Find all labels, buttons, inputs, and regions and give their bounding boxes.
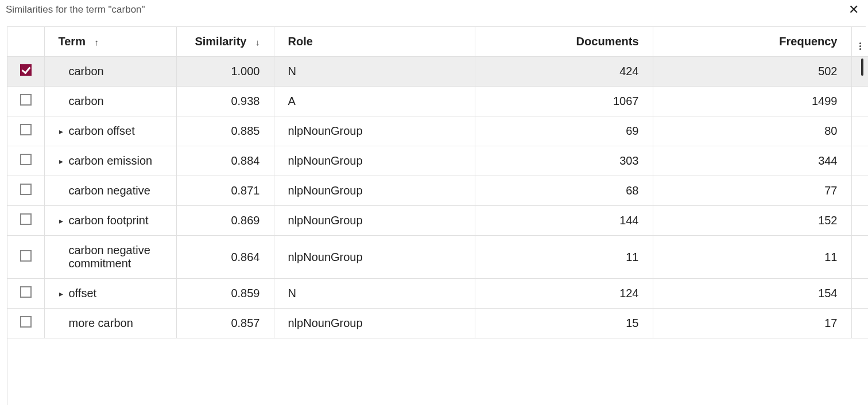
frequency-cell: 502 [653, 57, 851, 87]
role-cell: nlpNounGroup [274, 176, 475, 206]
frequency-cell: 152 [653, 206, 851, 236]
row-checkbox-cell [7, 309, 44, 338]
term-text: carbon emission [69, 154, 153, 168]
col-header-checkbox[interactable] [7, 27, 44, 57]
frequency-cell: 1499 [653, 87, 851, 116]
table-wrap: Term Similarity Role Documents Frequen [7, 26, 866, 405]
row-checkbox[interactable] [20, 213, 32, 225]
expand-icon[interactable]: ▸ [57, 290, 65, 298]
col-header-role[interactable]: Role [274, 27, 475, 57]
role-cell: nlpNounGroup [274, 146, 475, 176]
documents-cell: 124 [475, 279, 653, 309]
col-header-label: Frequency [779, 35, 837, 48]
similarities-table: Term Similarity Role Documents Frequen [7, 27, 868, 338]
table-row[interactable]: ▸carbon emission0.884nlpNounGroup303344 [7, 146, 868, 176]
similarity-cell: 0.871 [176, 176, 274, 206]
table-row[interactable]: ▸more carbon0.857nlpNounGroup1517 [7, 309, 868, 338]
table-row[interactable]: ▸carbon negative0.871nlpNounGroup6877 [7, 176, 868, 206]
table-header-row: Term Similarity Role Documents Frequen [7, 27, 868, 57]
row-checkbox[interactable] [20, 286, 32, 298]
documents-cell: 15 [475, 309, 653, 338]
term-cell: ▸more carbon [44, 309, 176, 338]
row-checkbox-cell [7, 87, 44, 116]
frequency-cell: 80 [653, 116, 851, 146]
term-text: offset [69, 287, 97, 300]
similarity-cell: 0.885 [176, 116, 274, 146]
row-checkbox[interactable] [20, 184, 32, 195]
row-checkbox-cell [7, 176, 44, 206]
column-options-icon [859, 42, 861, 50]
term-cell: ▸carbon [44, 57, 176, 87]
similarity-cell: 0.869 [176, 206, 274, 236]
col-header-term[interactable]: Term [44, 27, 176, 57]
col-header-label: Term [59, 35, 86, 48]
col-header-frequency[interactable]: Frequency [653, 27, 851, 57]
row-checkbox[interactable] [20, 124, 32, 135]
term-cell: ▸carbon negative commitment [44, 236, 176, 279]
documents-cell: 424 [475, 57, 653, 87]
term-cell: ▸offset [44, 279, 176, 309]
table-row[interactable]: ▸carbon offset0.885nlpNounGroup6980 [7, 116, 868, 146]
documents-cell: 69 [475, 116, 653, 146]
frequency-cell: 11 [653, 236, 851, 279]
row-checkbox-cell [7, 57, 44, 87]
similarities-panel: Similarities for the term "carbon" ✕ Ter… [0, 0, 868, 405]
term-cell: ▸carbon offset [44, 116, 176, 146]
row-checkbox[interactable] [20, 316, 32, 328]
row-checkbox-cell [7, 279, 44, 309]
col-header-similarity[interactable]: Similarity [176, 27, 274, 57]
role-cell: nlpNounGroup [274, 206, 475, 236]
term-cell: ▸carbon footprint [44, 206, 176, 236]
role-cell: nlpNounGroup [274, 236, 475, 279]
panel-title: Similarities for the term "carbon" [6, 4, 145, 15]
similarity-cell: 0.857 [176, 309, 274, 338]
frequency-cell: 344 [653, 146, 851, 176]
row-trailing-cell [851, 206, 868, 236]
row-checkbox-cell [7, 236, 44, 279]
term-text: carbon offset [69, 124, 135, 138]
table-row[interactable]: ▸carbon footprint0.869nlpNounGroup144152 [7, 206, 868, 236]
panel-titlebar: Similarities for the term "carbon" ✕ [0, 0, 868, 20]
row-trailing-cell [851, 309, 868, 338]
similarity-cell: 0.859 [176, 279, 274, 309]
scrollbar-thumb[interactable] [861, 59, 863, 76]
row-checkbox[interactable] [20, 94, 32, 106]
role-cell: N [274, 57, 475, 87]
row-trailing-cell [851, 146, 868, 176]
row-checkbox[interactable] [20, 64, 32, 76]
table-row[interactable]: ▸carbon negative commitment0.864nlpNounG… [7, 236, 868, 279]
expand-icon[interactable]: ▸ [57, 217, 65, 225]
col-header-label: Documents [576, 35, 639, 48]
documents-cell: 303 [475, 146, 653, 176]
close-icon[interactable]: ✕ [845, 2, 862, 17]
similarity-cell: 0.864 [176, 236, 274, 279]
row-checkbox-cell [7, 116, 44, 146]
row-trailing-cell [851, 87, 868, 116]
row-trailing-cell [851, 116, 868, 146]
documents-cell: 1067 [475, 87, 653, 116]
table-row[interactable]: ▸carbon0.938A10671499 [7, 87, 868, 116]
term-text: carbon negative commitment [69, 244, 167, 270]
documents-cell: 11 [475, 236, 653, 279]
table-row[interactable]: ▸carbon1.000N424502 [7, 57, 868, 87]
row-checkbox[interactable] [20, 154, 32, 165]
frequency-cell: 17 [653, 309, 851, 338]
expand-icon[interactable]: ▸ [57, 157, 65, 165]
col-header-documents[interactable]: Documents [475, 27, 653, 57]
term-cell: ▸carbon [44, 87, 176, 116]
row-trailing-cell [851, 57, 868, 87]
row-trailing-cell [851, 279, 868, 309]
documents-cell: 144 [475, 206, 653, 236]
expand-icon[interactable]: ▸ [57, 127, 65, 135]
row-trailing-cell [851, 236, 868, 279]
col-options-button[interactable] [851, 27, 868, 57]
role-cell: A [274, 87, 475, 116]
table-row[interactable]: ▸offset0.859N124154 [7, 279, 868, 309]
term-text: more carbon [69, 317, 133, 330]
row-checkbox[interactable] [20, 250, 32, 262]
row-trailing-cell [851, 176, 868, 206]
role-cell: nlpNounGroup [274, 116, 475, 146]
frequency-cell: 77 [653, 176, 851, 206]
similarity-cell: 1.000 [176, 57, 274, 87]
similarity-cell: 0.884 [176, 146, 274, 176]
